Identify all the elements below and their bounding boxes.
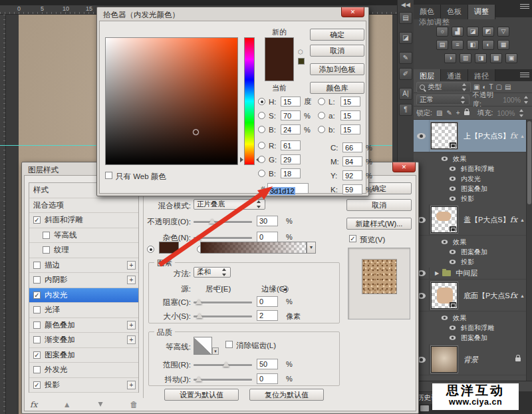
fill-value[interactable]: 100% xyxy=(497,109,515,117)
layer-thumbnail[interactable] xyxy=(431,206,458,233)
method-dropdown[interactable]: 柔和 xyxy=(194,267,231,278)
opacity-value[interactable]: 100% xyxy=(503,96,521,104)
web-only-checkbox[interactable] xyxy=(105,172,112,179)
hex-input[interactable]: 3d1d12 xyxy=(267,183,309,194)
k-input[interactable]: 59 xyxy=(342,184,362,194)
lock-pixels-icon[interactable]: ✎ xyxy=(446,108,452,118)
lock-position-icon[interactable]: + xyxy=(456,108,460,118)
checkbox-checked-icon[interactable]: ✓ xyxy=(33,292,41,299)
jitter-input[interactable]: 0 xyxy=(257,373,278,384)
cancel-button[interactable]: 取消 xyxy=(346,199,412,211)
eye-icon[interactable] xyxy=(450,250,456,254)
layer-name[interactable]: 盖【P大点S】 xyxy=(464,215,510,225)
y-input[interactable]: 92 xyxy=(342,170,362,180)
close-icon[interactable]: ✕ xyxy=(341,7,364,17)
panel-menu-icon[interactable] xyxy=(520,73,529,79)
rgb-b-input[interactable]: 18 xyxy=(281,168,301,178)
range-input[interactable]: 50 xyxy=(257,359,278,369)
layer-name[interactable]: 上【P大点S】 xyxy=(464,131,510,141)
style-texture[interactable]: 纹理 xyxy=(29,243,138,258)
ok-button[interactable]: 确定 xyxy=(310,29,364,41)
layer-group-row[interactable]: ▶ 中间层 xyxy=(414,268,526,280)
add-to-swatches-button[interactable]: 添加到色板 xyxy=(310,63,364,75)
gradient-picker-arrow[interactable]: ▼ xyxy=(307,242,316,254)
effects-row[interactable]: 效果 xyxy=(414,154,526,164)
glow-opacity-input[interactable]: 30 xyxy=(257,216,278,226)
paragraph-panel-icon[interactable]: ¶ xyxy=(399,104,412,116)
layer-row-background[interactable]: 背景 xyxy=(414,344,526,375)
panel-menu-icon[interactable] xyxy=(520,4,529,10)
effect-row[interactable]: 斜面和浮雕 xyxy=(414,164,526,174)
delete-effect-icon[interactable]: 🗑 xyxy=(130,400,138,409)
l-input[interactable]: 15 xyxy=(340,97,360,106)
close-icon[interactable]: ✕ xyxy=(392,162,416,172)
eye-icon[interactable] xyxy=(442,156,448,160)
slider-thumb[interactable] xyxy=(195,234,201,240)
scrollbar-thumb[interactable] xyxy=(527,121,531,204)
new-style-button[interactable]: 新建样式(W)... xyxy=(346,218,412,230)
move-effect-down-icon[interactable]: ▲ xyxy=(96,400,104,409)
color-balance-icon[interactable]: ≡ xyxy=(452,40,464,50)
style-contour[interactable]: 等高线 xyxy=(29,228,138,244)
curves-icon[interactable]: ◪ xyxy=(467,27,479,37)
glow-noise-input[interactable]: 0 xyxy=(257,232,278,242)
glow-color-radio[interactable] xyxy=(147,246,154,253)
eye-icon[interactable] xyxy=(450,166,456,170)
lock-all-icon[interactable] xyxy=(464,111,469,115)
saturation-brightness-field[interactable] xyxy=(105,37,238,165)
checkbox-checked-icon[interactable]: ✓ xyxy=(33,381,41,389)
size-slider[interactable] xyxy=(194,315,252,317)
layer-thumbnail[interactable] xyxy=(431,346,458,373)
eye-icon[interactable] xyxy=(450,325,456,329)
effect-row[interactable]: 内发光 xyxy=(414,174,526,184)
brush-presets-panel-icon[interactable]: ✐ xyxy=(399,68,412,80)
collapse-effects-icon[interactable]: ▲ xyxy=(520,294,525,298)
s-radio[interactable] xyxy=(258,112,265,119)
channel-mixer-icon[interactable]: ▦ xyxy=(497,40,509,50)
brush-panel-icon[interactable]: ✎ xyxy=(399,52,412,64)
gradient-map-icon[interactable]: ▩ xyxy=(490,53,502,63)
contour-thumbnail[interactable] xyxy=(194,337,212,355)
blend-mode-dropdown[interactable]: 正常 xyxy=(416,95,469,105)
layer-thumbnail[interactable] xyxy=(431,122,458,149)
brightness-contrast-icon[interactable]: ☼ xyxy=(436,27,448,37)
layer-row[interactable]: 盖【P大点S】 fx ▲ xyxy=(414,204,526,236)
group-name[interactable]: 中间层 xyxy=(456,268,526,278)
add-effect-icon[interactable]: + xyxy=(127,335,136,344)
styles-panel-icon[interactable]: ◪ xyxy=(399,32,412,44)
eye-icon[interactable] xyxy=(450,196,456,200)
b-radio[interactable] xyxy=(258,126,265,133)
layer-row[interactable]: 上【P大点S】 fx ▲ xyxy=(414,120,526,152)
out-of-web-gamut-icon[interactable]: ⬡ xyxy=(298,49,303,55)
character-panel-icon[interactable]: A| xyxy=(399,88,412,100)
eye-icon[interactable] xyxy=(442,240,448,244)
collapse-dock-icon[interactable]: ◀◀ xyxy=(401,1,410,8)
lab-b-input[interactable]: 15 xyxy=(340,124,360,134)
style-inner-shadow[interactable]: 内阴影+ xyxy=(29,273,138,288)
hue-saturation-icon[interactable]: ▤ xyxy=(436,40,448,50)
blending-options-item[interactable]: 混合选项 xyxy=(29,198,138,214)
dropdown-arrows-icon[interactable] xyxy=(523,96,529,104)
h-radio[interactable] xyxy=(258,98,265,105)
filter-type-dropdown[interactable]: 类型 xyxy=(416,82,471,93)
web-safe-color-swatch[interactable] xyxy=(298,58,305,65)
slider-thumb[interactable] xyxy=(196,376,202,381)
l-radio[interactable] xyxy=(318,98,325,105)
range-slider[interactable] xyxy=(194,364,252,366)
hue-slider-left-arrow-icon[interactable] xyxy=(240,157,243,162)
fx-badge[interactable]: fx xyxy=(510,291,517,300)
lock-transparency-icon[interactable]: ▨ xyxy=(436,108,442,118)
checkbox-icon[interactable] xyxy=(33,366,41,373)
eye-icon[interactable] xyxy=(450,186,456,190)
move-effect-up-icon[interactable]: ▲ xyxy=(63,400,71,409)
fx-badge[interactable]: fx xyxy=(510,131,517,140)
style-gradient-overlay[interactable]: 渐变叠加+ xyxy=(29,333,138,348)
effect-row[interactable]: 图案叠加 xyxy=(414,184,526,194)
a-input[interactable]: 15 xyxy=(340,110,360,120)
layer-row[interactable]: 底面【P大点S】 fx ▲ xyxy=(414,280,526,311)
effect-row[interactable]: 投影 xyxy=(414,194,526,204)
eye-icon[interactable] xyxy=(450,176,456,180)
choke-slider[interactable] xyxy=(194,302,252,304)
style-pattern-overlay[interactable]: ✓图案叠加 xyxy=(29,348,138,363)
s-input[interactable]: 70 xyxy=(281,110,301,120)
